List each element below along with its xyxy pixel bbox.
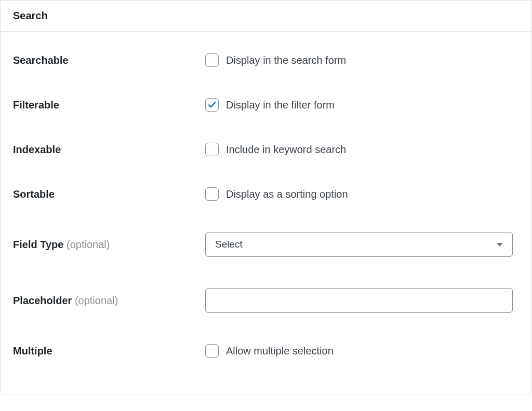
row-sortable: Sortable Display as a sorting option: [13, 172, 519, 216]
row-filterable: Filterable Display in the filter form: [13, 83, 519, 127]
control-field-type: Select: [205, 232, 519, 257]
label-searchable: Searchable: [13, 53, 205, 67]
label-multiple: Multiple: [13, 344, 205, 358]
control-placeholder: [205, 288, 519, 313]
checkbox-label-multiple: Allow multiple selection: [226, 345, 334, 357]
checkbox-searchable[interactable]: [205, 53, 219, 67]
label-indexable: Indexable: [13, 143, 205, 156]
label-field-type-optional: (optional): [66, 239, 110, 250]
check-icon: [207, 100, 217, 109]
row-multiple: Multiple Allow multiple selection: [13, 328, 519, 373]
checkbox-label-searchable: Display in the search form: [226, 54, 346, 66]
select-field-type[interactable]: Select: [205, 232, 513, 257]
panel-title: Search: [1, 1, 531, 32]
input-placeholder[interactable]: [205, 288, 513, 313]
label-sortable: Sortable: [13, 187, 205, 201]
control-filterable: Display in the filter form: [205, 98, 519, 112]
checkbox-label-filterable: Display in the filter form: [226, 99, 335, 111]
label-filterable: Filterable: [13, 98, 205, 112]
checkbox-label-indexable: Include in keyword search: [226, 143, 346, 156]
label-placeholder-optional: (optional): [75, 295, 118, 306]
checkbox-sortable[interactable]: [205, 187, 219, 201]
checkbox-filterable[interactable]: [205, 98, 219, 112]
checkbox-multiple[interactable]: [205, 344, 219, 358]
label-placeholder-text: Placeholder: [13, 295, 72, 306]
row-field-type: Field Type (optional) Select: [13, 216, 519, 272]
panel-body: Searchable Display in the search form Fi…: [1, 32, 531, 394]
control-multiple: Allow multiple selection: [205, 344, 519, 358]
chevron-down-icon: [497, 243, 503, 246]
label-field-type: Field Type (optional): [13, 238, 205, 251]
control-searchable: Display in the search form: [205, 53, 519, 67]
checkbox-indexable[interactable]: [205, 143, 219, 156]
row-indexable: Indexable Include in keyword search: [13, 127, 519, 172]
row-searchable: Searchable Display in the search form: [13, 47, 519, 83]
select-field-type-value: Select: [215, 239, 243, 250]
control-indexable: Include in keyword search: [205, 143, 519, 156]
label-field-type-text: Field Type: [13, 239, 63, 250]
row-placeholder: Placeholder (optional): [13, 272, 519, 328]
control-sortable: Display as a sorting option: [205, 187, 519, 201]
checkbox-label-sortable: Display as a sorting option: [226, 188, 348, 200]
search-settings-panel: Search Searchable Display in the search …: [0, 0, 532, 394]
label-placeholder: Placeholder (optional): [13, 294, 205, 307]
